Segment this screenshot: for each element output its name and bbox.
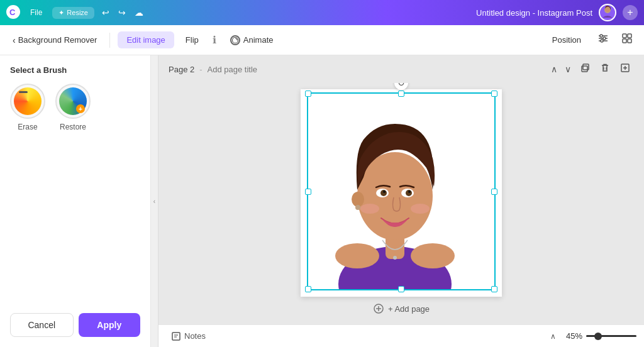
topbar-right: Untitled design - Instagram Post + (476, 4, 638, 21)
svg-point-8 (600, 35, 602, 37)
avatar[interactable] (599, 4, 616, 21)
restore-brush-icon: + (55, 84, 91, 119)
page-separator: - (199, 65, 202, 74)
panel-actions: Cancel Apply (10, 313, 140, 337)
topbar-left: C File ✦ Resize ↩ ↪ ☁ (6, 5, 146, 21)
page-down-button[interactable]: ∨ (562, 63, 574, 75)
secondbar-right: Position (545, 30, 636, 50)
restore-brush-item[interactable]: + Restore (55, 84, 91, 131)
back-label: Background Remover (18, 35, 97, 45)
canvas-area: Page 2 - ∧ ∨ (158, 55, 644, 347)
notes-label: Notes (184, 331, 206, 341)
page-canvas: ↻ (301, 89, 502, 297)
create-new-button[interactable]: + (623, 5, 638, 20)
left-panel: Select a Brush Erase + Restore (0, 55, 151, 347)
svg-rect-12 (628, 34, 631, 38)
canvas-wrapper: ↻ + Add page (301, 89, 502, 321)
handle-bottom-right[interactable] (491, 286, 497, 292)
restore-circle: + (59, 87, 87, 115)
back-to-background-remover-button[interactable]: ‹ Background Remover (8, 33, 102, 48)
restore-label: Restore (60, 123, 86, 131)
resize-button[interactable]: ✦ Resize (52, 7, 94, 19)
zoom-level-label: 45% (560, 331, 582, 341)
svg-point-9 (603, 37, 606, 40)
canva-logo: C (6, 5, 20, 21)
bottom-bar: Notes ∧ 45% (158, 324, 644, 347)
notes-icon (171, 331, 181, 341)
page-header: Page 2 - ∧ ∨ (158, 55, 644, 83)
delete-page-button[interactable] (596, 62, 614, 77)
add-page-inline-button[interactable] (616, 62, 634, 77)
panel-spacer (10, 131, 140, 313)
duplicate-page-button[interactable] (576, 62, 594, 77)
animate-icon (230, 35, 240, 45)
position-button[interactable]: Position (545, 31, 589, 48)
notes-button[interactable]: Notes (166, 329, 211, 344)
file-menu-button[interactable]: File (25, 6, 47, 19)
tab-edit-image[interactable]: Edit image (118, 31, 174, 48)
collapse-icon: ‹ (153, 198, 155, 205)
zoom-controls: ∧ 45% (550, 331, 636, 341)
undo-redo-group: ↩ ↪ ☁ (99, 5, 146, 20)
handle-middle-right[interactable] (491, 189, 497, 195)
collapse-panel-handle[interactable]: ‹ (151, 55, 158, 347)
erase-brush-icon (10, 84, 45, 119)
zoom-slider[interactable] (586, 335, 636, 337)
brush-selector: Erase + Restore (10, 84, 140, 131)
divider (109, 33, 110, 48)
erase-brush-item[interactable]: Erase (10, 84, 45, 131)
handle-top-left[interactable] (305, 91, 311, 97)
tab-animate[interactable]: Animate (221, 31, 282, 49)
image-selection-overlay: ↻ (307, 92, 496, 290)
grid-view-button[interactable] (618, 30, 636, 50)
main-content: Select a Brush Erase + Restore (0, 55, 644, 347)
cloud-save-button[interactable]: ☁ (132, 5, 146, 20)
secondbar: ‹ Background Remover Edit image Flip ℹ A… (0, 25, 644, 55)
add-page-label: + Add page (388, 304, 430, 314)
svg-rect-14 (628, 39, 631, 43)
topbar: C File ✦ Resize ↩ ↪ ☁ Untitled design - … (0, 0, 644, 25)
cancel-button[interactable]: Cancel (10, 313, 74, 337)
svg-rect-13 (623, 39, 626, 43)
apply-button[interactable]: Apply (79, 313, 141, 337)
add-page-row[interactable]: + Add page (301, 297, 502, 321)
panel-title: Select a Brush (10, 65, 140, 75)
zoom-collapse-button[interactable]: ∧ (550, 332, 556, 341)
plus-icon: + (76, 104, 85, 113)
erase-circle (14, 87, 42, 115)
tab-flip[interactable]: Flip (177, 31, 208, 48)
handle-middle-left[interactable] (305, 189, 311, 195)
canvas-scroll[interactable]: ↻ + Add page (158, 83, 644, 324)
add-page-icon (373, 303, 384, 314)
back-icon: ‹ (13, 35, 16, 45)
handle-bottom-left[interactable] (305, 286, 311, 292)
resize-label: Resize (67, 9, 88, 16)
svg-text:C: C (9, 7, 16, 16)
handle-bottom-middle[interactable] (398, 286, 404, 292)
page-controls: ∧ ∨ (548, 62, 634, 77)
minus-icon (19, 91, 28, 93)
svg-rect-11 (623, 34, 626, 38)
handle-top-right[interactable] (491, 91, 497, 97)
page-number-label: Page 2 (169, 65, 194, 74)
undo-button[interactable]: ↩ (99, 5, 112, 20)
svg-rect-43 (172, 333, 180, 340)
filter-icon-button[interactable] (594, 30, 613, 50)
animate-label: Animate (243, 35, 274, 45)
page-up-button[interactable]: ∧ (548, 63, 560, 75)
document-title: Untitled design - Instagram Post (476, 8, 592, 18)
redo-button[interactable]: ↪ (116, 5, 128, 20)
info-button[interactable]: ℹ (210, 31, 219, 48)
erase-label: Erase (18, 123, 37, 131)
svg-point-10 (601, 40, 603, 42)
page-title-input[interactable] (208, 65, 313, 74)
resize-icon: ✦ (58, 9, 64, 17)
handle-top-middle[interactable] (398, 91, 404, 97)
